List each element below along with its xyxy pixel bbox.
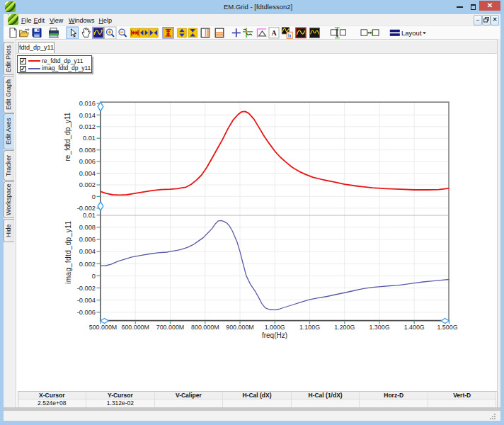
svg-text:0.01: 0.01 <box>83 212 96 219</box>
svg-text:imag_fdtd_dp_y11: imag_fdtd_dp_y11 <box>64 220 72 284</box>
svg-text:0: 0 <box>92 193 96 200</box>
svg-text:Layout: Layout <box>401 29 422 37</box>
svg-text:0: 0 <box>92 273 96 280</box>
svg-text:A: A <box>271 29 277 37</box>
svg-text:0.014: 0.014 <box>79 112 96 119</box>
svg-text:-0.002: -0.002 <box>77 285 96 292</box>
svg-text:0.002: 0.002 <box>79 261 96 268</box>
svg-text:freq(Hz): freq(Hz) <box>262 332 287 339</box>
svg-text:800.000M: 800.000M <box>191 324 219 331</box>
svg-text:1.400G: 1.400G <box>404 324 425 331</box>
svg-text:0.016: 0.016 <box>79 100 96 107</box>
svg-text:1.000G: 1.000G <box>265 324 285 331</box>
svg-text:1.200G: 1.200G <box>334 324 355 331</box>
svg-text:0.008: 0.008 <box>79 224 96 231</box>
svg-text:0.008: 0.008 <box>79 147 96 154</box>
svg-text:0.01: 0.01 <box>83 135 96 142</box>
svg-text:-0.002: -0.002 <box>77 205 96 212</box>
svg-text:500.000M: 500.000M <box>89 324 117 331</box>
svg-text:900.000M: 900.000M <box>226 324 253 331</box>
svg-text:-0.006: -0.006 <box>77 309 96 316</box>
svg-text:0.004: 0.004 <box>79 248 96 255</box>
svg-text:600.000M: 600.000M <box>121 324 149 331</box>
svg-text:0.004: 0.004 <box>79 170 96 177</box>
svg-text:0.006: 0.006 <box>79 236 96 243</box>
svg-text:0.006: 0.006 <box>79 158 96 165</box>
svg-text:0.012: 0.012 <box>79 123 96 130</box>
svg-text:0.002: 0.002 <box>79 181 96 188</box>
svg-text:1.500G: 1.500G <box>437 324 457 331</box>
svg-text:re_fdtd_dp_y11: re_fdtd_dp_y11 <box>64 112 71 161</box>
svg-text:700.000M: 700.000M <box>156 324 184 331</box>
svg-text:-0.004: -0.004 <box>77 297 96 304</box>
svg-text:1.100G: 1.100G <box>299 324 320 331</box>
svg-text:1.300G: 1.300G <box>369 324 389 331</box>
